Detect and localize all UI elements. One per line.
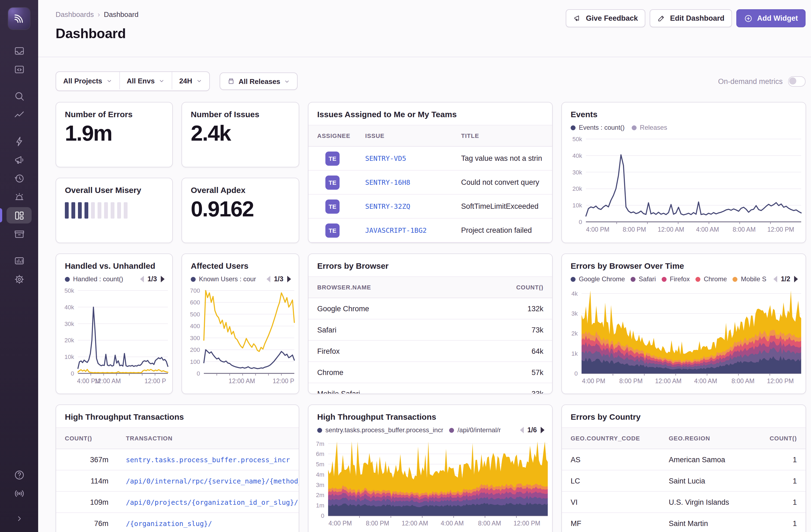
table-cell: 73k [492,326,552,334]
sidebar-item-dashboards[interactable] [6,207,32,224]
svg-text:4k: 4k [571,290,578,297]
project-filter[interactable]: All Projects [56,72,119,89]
legend-pagination: 1/3 [266,275,291,283]
date-range-filter[interactable]: 24H [172,72,209,89]
sidebar-item-whats-new[interactable] [6,485,32,501]
page-filters: All Projects All Envs 24H [56,72,210,91]
svg-text:8:00 AM: 8:00 AM [733,226,755,233]
next-page-arrow[interactable] [287,276,291,282]
svg-text:0: 0 [579,218,582,225]
column-header[interactable]: ASSIGNEE [308,133,356,139]
next-page-arrow[interactable] [161,276,165,282]
search-icon [13,90,25,102]
column-header[interactable]: GEO.REGION [660,435,760,442]
assignee-avatar[interactable]: TE [325,223,339,238]
widget-title: Number of Issues [182,103,299,119]
legend-item[interactable]: Handled : count() [65,275,123,283]
assignee-avatar[interactable]: TE [325,151,339,165]
sidebar-item-performance[interactable] [6,106,32,123]
add-widget-button[interactable]: Add Widget [736,9,806,27]
legend-item[interactable]: Firefox [662,275,690,283]
code-folder-icon [13,63,25,75]
sidebar-collapse[interactable] [6,510,32,527]
sidebar-item-releases[interactable] [6,226,32,242]
metric-value: 1.9m [56,119,172,146]
transaction-link[interactable]: sentry.tasks.process_buffer.process_incr [126,455,290,463]
legend-item[interactable]: sentry.tasks.process_buffer.process_incr [317,426,443,434]
breadcrumb-dashboards[interactable]: Dashboards [56,10,94,18]
sidebar-item-help[interactable] [6,467,32,483]
prev-page-arrow[interactable] [140,276,143,282]
issue-title: Could not convert query [453,178,552,186]
legend-item[interactable]: Safari [631,275,656,283]
assignee-avatar[interactable]: TE [325,199,339,213]
column-header[interactable]: BROWSER.NAME [308,284,492,290]
table-row: Chrome57k [308,362,552,383]
sentry-logo-icon [13,12,26,25]
table-cell: 64k [492,347,552,355]
count-value: 367m [56,455,117,463]
give-feedback-button[interactable]: Give Feedback [566,9,646,27]
environment-filter[interactable]: All Envs [119,72,172,89]
legend-item[interactable]: Releases [632,124,667,131]
sidebar-item-alerts[interactable] [6,188,32,205]
transaction-link[interactable]: /api/0/projects/{organization_id_or_slug… [126,498,299,506]
table-row: ASAmerican Samoa1 [562,449,806,470]
on-demand-toggle[interactable] [788,76,806,87]
sidebar-item-issues[interactable] [6,43,32,59]
main-content: Dashboards › Dashboard Dashboard Give Fe… [38,0,811,532]
misery-bar [117,202,121,218]
next-page-arrow[interactable] [541,427,545,434]
pencil-icon [658,14,666,22]
legend-item[interactable]: /api/0/internal/r [449,426,501,434]
svg-text:300: 300 [190,335,200,341]
issue-title: Project creation failed [453,226,552,234]
chevron-down-icon [284,78,290,84]
prev-page-arrow[interactable] [266,276,270,282]
svg-text:12:00 P: 12:00 P [144,378,166,384]
legend-item[interactable]: Events : count() [571,124,625,131]
table-row: Firefox64k [308,341,552,362]
next-page-arrow[interactable] [794,276,798,282]
issue-link[interactable]: SENTRY-16H8 [365,178,410,186]
edit-dashboard-button[interactable]: Edit Dashboard [650,9,732,27]
errors-by-browser-table: BROWSER.NAMECOUNT()Google Chrome132kSafa… [308,276,552,394]
issue-link[interactable]: JAVASCRIPT-1BG2 [365,226,427,234]
issue-link[interactable]: SENTRY-VD5 [365,154,406,163]
events-chart: 010k20k30k40k50k4:00 PM8:00 PM12:00 AM4:… [565,135,804,236]
column-header[interactable]: COUNT() [492,284,552,290]
sidebar-item-replays[interactable] [6,170,32,186]
prev-page-arrow[interactable] [520,427,523,434]
column-header[interactable]: TITLE [453,133,552,139]
column-header[interactable]: COUNT() [56,435,117,442]
legend-item[interactable]: Known Users : cour [191,275,256,283]
plus-circle-icon [744,14,753,22]
breadcrumb-dashboard[interactable]: Dashboard [104,10,138,18]
sidebar-item-settings[interactable] [6,271,32,287]
bar-chart-icon [13,255,25,266]
chart-legend: Google ChromeSafariFirefoxChromeMobile S [571,275,766,283]
column-header[interactable]: GEO.COUNTRY_CODE [562,435,660,442]
table-cell: Saint Lucia [660,477,760,485]
legend-item[interactable]: Google Chrome [571,275,625,283]
legend-item[interactable]: Mobile S [733,275,766,283]
transaction-link[interactable]: /{organization_slug}/ [126,519,212,527]
sidebar-item-projects[interactable] [6,61,32,77]
sidebar-item-stats[interactable] [6,253,32,269]
svg-text:30k: 30k [572,169,582,176]
column-header[interactable]: COUNT() [760,435,806,442]
table-cell: American Samoa [660,455,760,463]
legend-item[interactable]: Chrome [695,275,726,283]
prev-page-arrow[interactable] [773,276,777,282]
column-header[interactable]: TRANSACTION [117,435,299,442]
sidebar-item-feedback[interactable] [6,152,32,168]
assignee-avatar[interactable]: TE [325,175,339,189]
sentry-logo[interactable] [8,7,30,29]
release-filter[interactable]: All Releases [219,73,297,90]
transaction-link[interactable]: /api/0/internal/rpc/{service_name}/{meth… [126,477,299,485]
sidebar-item-explore[interactable] [6,88,32,104]
table-cell: AS [562,455,660,463]
sidebar-item-boost[interactable] [6,133,32,149]
issue-link[interactable]: SENTRY-32ZQ [365,202,410,210]
column-header[interactable]: ISSUE [356,133,453,139]
